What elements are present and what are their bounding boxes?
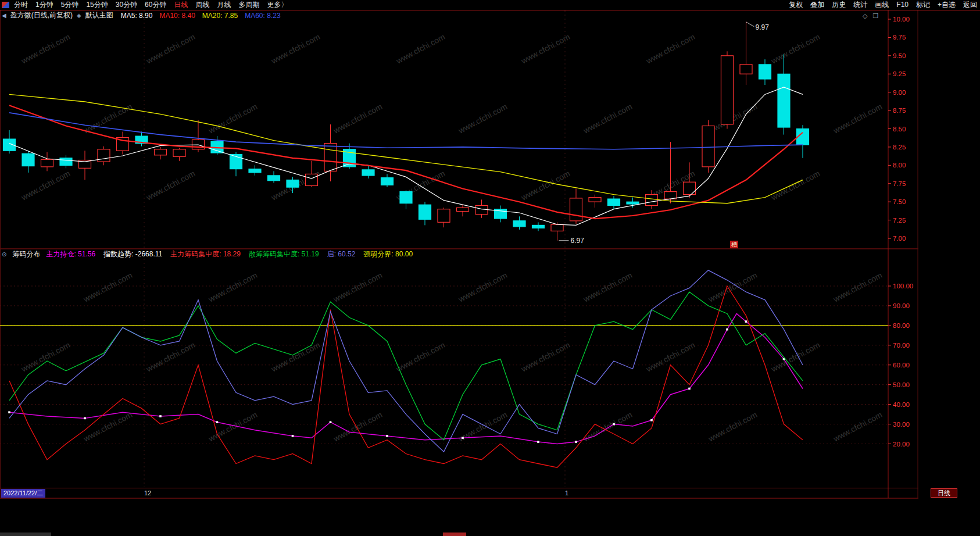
panel-icon[interactable]: ❐ [872,12,878,20]
indicator-header: ⊙ 筹码分布 主力持仓: 51.56指数趋势: -2668.11主力筹码集中度:… [2,250,413,258]
value-axis-label: 50.00 [893,381,910,388]
cycle-icon[interactable]: ⊙ [2,251,6,258]
price-axis-label: 9.00 [893,89,906,96]
svg-text:www.cfchi.com: www.cfchi.com [831,102,884,135]
svg-text:www.cfchi.com: www.cfchi.com [581,410,634,444]
toolbar-action-1[interactable]: 叠加 [810,0,824,10]
svg-text:www.cfchi.com: www.cfchi.com [269,32,321,66]
svg-text:www.cfchi.com: www.cfchi.com [394,32,446,66]
main-chart-header: ◀ 盈方微(日线,前复权) ◈ 默认主图 MA5: 8.90MA10: 8.40… [2,12,281,19]
price-axis-label: 8.75 [893,107,906,114]
svg-text:www.cfchi.com: www.cfchi.com [644,32,696,66]
period-tab-5[interactable]: 60分钟 [145,0,166,10]
stock-title: 盈方微(日线,前复权) [10,10,73,20]
price-axis-label: 8.00 [893,162,906,169]
svg-text:www.cfchi.com: www.cfchi.com [581,102,634,135]
taskbar-fragment [0,533,51,536]
period-tab-list: 分时1分钟5分钟15分钟30分钟60分钟日线周线月线多周期更多〉 [14,0,288,10]
svg-text:www.cfchi.com: www.cfchi.com [706,270,759,304]
svg-text:www.cfchi.com: www.cfchi.com [831,410,884,444]
high-price-annotation: 9.97 [756,23,770,31]
toolbar-action-4[interactable]: 画线 [875,0,889,10]
toolbar-action-2[interactable]: 历史 [832,0,846,10]
svg-text:www.cfchi.com: www.cfchi.com [456,270,509,304]
period-tab-1[interactable]: 1分钟 [35,0,53,10]
ma-label-3: MA60: 8.23 [245,12,280,20]
period-tab-8[interactable]: 月线 [217,0,231,10]
toolbar-action-7[interactable]: +自选 [938,0,956,10]
period-tab-3[interactable]: 15分钟 [86,0,108,10]
indicator-stat-4: 启: 60.52 [327,249,356,259]
svg-text:www.cfchi.com: www.cfchi.com [81,270,134,304]
toolbar-action-0[interactable]: 复权 [789,0,803,10]
month-marker-0: 12 [144,489,151,498]
svg-text:www.cfchi.com: www.cfchi.com [19,169,71,202]
svg-text:www.cfchi.com: www.cfchi.com [456,102,509,135]
svg-text:www.cfchi.com: www.cfchi.com [331,270,384,304]
ma-label-1: MA10: 8.40 [159,12,195,20]
svg-text:www.cfchi.com: www.cfchi.com [269,340,321,374]
period-tab-10[interactable]: 更多〉 [267,0,288,10]
announcement-icon[interactable]: ◀ [2,12,6,19]
value-axis-label: 70.00 [893,342,910,349]
low-price-annotation: 6.97 [571,237,585,245]
period-tab-6[interactable]: 日线 [174,0,188,10]
app-logo-icon[interactable] [2,2,9,8]
price-axis-label: 8.50 [893,126,906,133]
ma-label-0: MA5: 8.90 [121,12,153,20]
stock-app-window: www.cfchi.comwww.cfchi.comwww.cfchi.comw… [0,0,980,536]
svg-text:www.cfchi.com: www.cfchi.com [206,102,259,135]
period-tab-7[interactable]: 周线 [195,0,209,10]
layout-label: 默认主图 [85,10,113,20]
svg-text:www.cfchi.com: www.cfchi.com [769,32,821,66]
indicator-name[interactable]: 筹码分布 [12,249,40,259]
toolbar-action-6[interactable]: 标记 [916,0,930,10]
svg-text:www.cfchi.com: www.cfchi.com [206,410,259,444]
layout-icon[interactable]: ◈ [77,12,81,19]
period-tab-0[interactable]: 分时 [14,0,28,10]
toolbar-action-5[interactable]: F10 [896,0,909,10]
period-tab-2[interactable]: 5分钟 [61,0,79,10]
price-axis-label: 8.25 [893,144,906,151]
indicator-stat-1: 指数趋势: -2668.11 [103,249,162,259]
indicator-stat-5: 强弱分界: 80.00 [363,249,413,259]
price-axis: 10.009.759.509.259.008.758.508.258.007.7… [888,16,910,242]
value-axis-label: 80.00 [893,322,910,329]
svg-text:www.cfchi.com: www.cfchi.com [831,270,884,304]
svg-text:www.cfchi.com: www.cfchi.com [331,102,384,135]
price-axis-label: 9.50 [893,52,906,59]
svg-text:www.cfchi.com: www.cfchi.com [144,32,196,66]
toolbar-action-list: 复权叠加历史统计画线F10标记+自选返回 [789,0,977,10]
price-axis-label: 9.25 [893,70,906,77]
cropped-taskbar [0,533,980,536]
chart-corner-icons: ◇ ❐ [863,12,878,20]
period-toolbar: 分时1分钟5分钟15分钟30分钟60分钟日线周线月线多周期更多〉 复权叠加历史统… [0,0,980,10]
price-axis-label: 7.25 [893,217,906,224]
svg-text:www.cfchi.com: www.cfchi.com [581,270,634,304]
period-tab-9[interactable]: 多周期 [238,0,259,10]
indicator-stat-0: 主力持仓: 51.56 [46,249,95,259]
ma-label-2: MA20: 7.85 [202,12,238,20]
month-marker-1: 1 [565,489,568,498]
diamond-icon[interactable]: ◇ [863,12,867,20]
event-badge[interactable]: 槽 [730,241,738,248]
chart-canvas: www.cfchi.comwww.cfchi.comwww.cfchi.comw… [0,0,980,536]
svg-text:www.cfchi.com: www.cfchi.com [19,32,71,66]
indicator-stat-2: 主力筹码集中度: 18.29 [170,249,241,259]
toolbar-action-8[interactable]: 返回 [963,0,977,10]
period-tab-4[interactable]: 30分钟 [116,0,137,10]
period-indicator[interactable]: 日线 [931,488,957,498]
value-axis-label: 60.00 [893,362,910,369]
price-axis-label: 9.75 [893,34,906,41]
toolbar-action-3[interactable]: 统计 [853,0,867,10]
time-axis-bar: 2022/11/22/二 121 日线 [0,489,980,498]
svg-text:www.cfchi.com: www.cfchi.com [706,410,759,444]
value-axis-label: 40.00 [893,401,910,408]
price-axis-label: 7.50 [893,198,906,205]
svg-text:www.cfchi.com: www.cfchi.com [519,32,571,66]
value-axis-label: 90.00 [893,302,910,309]
first-date-label: 2022/11/22/二 [1,489,45,498]
price-axis-label: 10.00 [893,16,910,23]
value-axis-label: 20.00 [893,441,910,448]
indicator-stat-list: 主力持仓: 51.56指数趋势: -2668.11主力筹码集中度: 18.29散… [46,249,413,259]
